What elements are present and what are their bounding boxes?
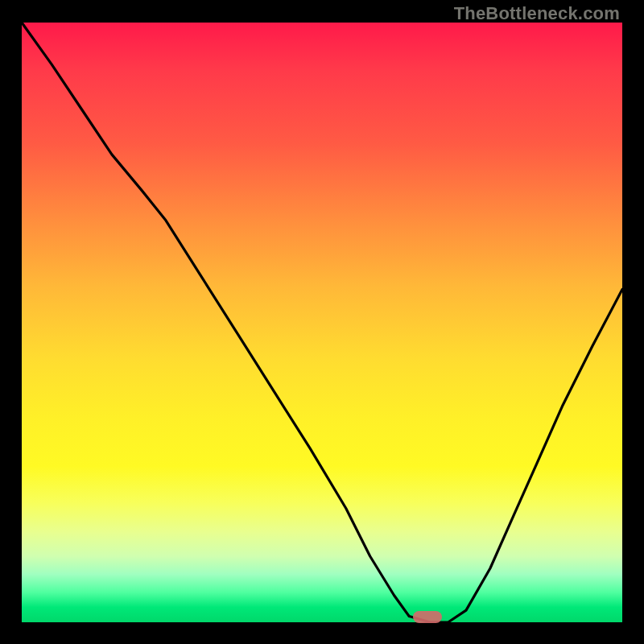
- bottleneck-curve: [22, 23, 622, 622]
- curve-path: [22, 23, 622, 622]
- watermark-text: TheBottleneck.com: [454, 3, 620, 24]
- optimal-point-marker: [413, 611, 442, 623]
- chart-frame: TheBottleneck.com: [0, 0, 644, 644]
